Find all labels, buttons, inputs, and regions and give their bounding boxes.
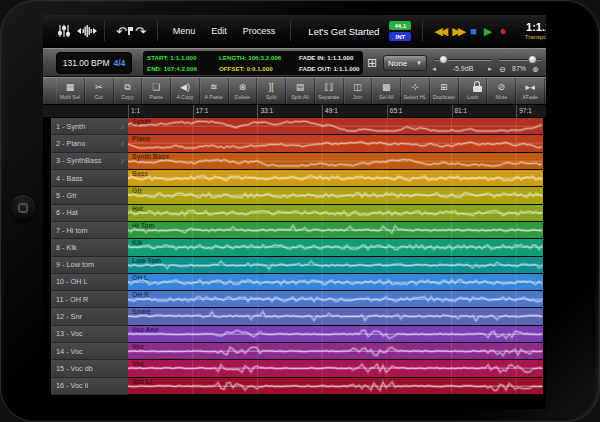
track-region-synth-bass-3[interactable]: Synth Bass [128, 153, 543, 170]
process-button[interactable]: Process [243, 26, 276, 36]
track-header-3---synthbass[interactable]: 3 - SynthBass♪ [51, 153, 128, 170]
toolbar-button-paste[interactable]: ❏Paste [142, 78, 171, 104]
track-region-voc-14[interactable]: Voc [128, 343, 543, 360]
undo-icon[interactable]: ↶ [116, 24, 127, 39]
track-lanes: SynthPianoSynth BassBassGtrHatHi TomKikL… [128, 118, 543, 395]
toolbar-button-lock[interactable]: Lock [459, 78, 488, 104]
zoom-in-icon[interactable]: ⊕ [532, 65, 539, 74]
track-region-low-tom-9[interactable]: Low Tom [128, 257, 543, 274]
home-button[interactable] [9, 194, 37, 222]
multi-select-icon: ▦ [66, 81, 75, 94]
track-region-voc-15[interactable]: Voc [128, 360, 543, 377]
record-button[interactable]: ● [499, 24, 506, 38]
track-name-label: 7 - Hi tom [56, 226, 124, 235]
track-name-label: 8 - Kik [56, 243, 124, 252]
track-region-oh-l-10[interactable]: OH L [128, 274, 543, 291]
toolbar-button-select-hl[interactable]: ⊹Select HL [401, 78, 430, 104]
toolbar-button-sel-all[interactable]: ▩Sel All [372, 78, 401, 104]
track-header-5---gtr[interactable]: 5 - Gtr [51, 187, 128, 204]
fade-in-label: FADE IN: [299, 54, 325, 61]
track-header-6---hat[interactable]: 6 - Hat [51, 205, 128, 222]
toolbar-button-mute[interactable]: ⊘Mute [487, 78, 516, 104]
toolbar-button-a-copy[interactable]: ◀)A Copy [171, 78, 200, 104]
track-header-10---oh-l[interactable]: 10 - OH L [51, 274, 128, 291]
zoom-slider-knob[interactable] [528, 55, 537, 64]
toolbar-button-a-paste[interactable]: ≋A Paste [200, 78, 229, 104]
split-all-icon: ▤ [296, 81, 305, 94]
toolbar-button-cut[interactable]: ✂Cut [85, 78, 114, 104]
track-header-13---voc[interactable]: 13 - Voc [51, 326, 128, 343]
track-region-snare-12[interactable]: Snare [128, 308, 543, 325]
play-button[interactable]: ▶ [484, 25, 492, 38]
bpm-value: 131.00 BPM [63, 58, 110, 68]
nudge-left-arrow-icon[interactable]: ◄ [431, 66, 437, 72]
midi-note-icon: ♪ [121, 123, 125, 130]
toolbar-button-label: Duplicate [433, 94, 455, 101]
select-all-icon: ▩ [382, 81, 391, 94]
toolbar-button-join[interactable]: ◫Join [344, 78, 373, 104]
transport-options-label[interactable]: Transport Options [511, 33, 546, 41]
toolbar-button-multi-sel[interactable]: ▦Multi Sel [56, 78, 85, 104]
track-header-11---oh-r[interactable]: 11 - OH R [51, 291, 128, 308]
track-header-15---voc-db[interactable]: 15 - Voc db [51, 360, 128, 377]
track-region-kik-8[interactable]: Kik [128, 239, 543, 256]
track-name-label: 14 - Voc [56, 347, 124, 356]
track-name-label: 1 - Synth [56, 122, 121, 131]
time-display-block[interactable]: 1:1.1.000 Transport Options [511, 22, 546, 41]
track-region-piano-2[interactable]: Piano [128, 135, 543, 152]
toolbar-button-separate[interactable]: ⟦⟧Separate [315, 78, 344, 104]
split-icon: ][ [269, 81, 274, 94]
track-region-bass-4[interactable]: Bass [128, 170, 543, 187]
track-header-14---voc[interactable]: 14 - Voc [51, 343, 128, 360]
ruler-tick: 17:1 [193, 105, 209, 118]
toolbar-button-copy[interactable]: ⧉Copy [114, 78, 143, 104]
toolbar-button-delete[interactable]: ⊗Delete [229, 78, 258, 104]
rewind-button[interactable]: ◀◀ [434, 25, 445, 38]
topbar-divider [104, 21, 105, 41]
track-region-hat-6[interactable]: Hat [128, 205, 543, 222]
track-header-9---low-tom[interactable]: 9 - Low tom [51, 257, 128, 274]
toolbar-button-label: Sel All [379, 94, 394, 101]
zoom-out-icon[interactable]: ⊖ [499, 65, 506, 74]
nudge-slider-knob[interactable] [439, 55, 448, 64]
waveform-editor-icon[interactable] [77, 24, 97, 38]
track-region-gtr-5[interactable]: Gtr [128, 187, 543, 204]
region-label: Voc [132, 343, 144, 350]
top-bar: ↶ ↷ Menu Edit Process Let's Get Started … [43, 15, 546, 48]
timeline-ruler[interactable]: 1:117:133:149:165:181:197:1 [43, 105, 546, 118]
region-label: Snare [132, 308, 151, 315]
track-name-label: 13 - Voc [56, 329, 124, 338]
home-button-square [18, 203, 28, 213]
edit-button[interactable]: Edit [211, 26, 227, 36]
toolbar-button-duplicate[interactable]: ⊞Duplicate [430, 78, 459, 104]
tempo-display[interactable]: 131.00 BPM 4/4 [56, 52, 132, 74]
snap-dropdown[interactable]: None ▼ [383, 55, 427, 71]
fast-forward-button[interactable]: ▶▶ [452, 25, 463, 38]
status-badges: 44.1 INT [389, 21, 411, 41]
menu-button[interactable]: Menu [173, 26, 196, 36]
track-header-12---snr[interactable]: 12 - Snr [51, 308, 128, 325]
nudge-right-arrow-icon[interactable]: ► [487, 66, 493, 72]
track-region-oh-r-11[interactable]: OH R [128, 291, 543, 308]
track-header-2---piano[interactable]: 2 - Piano♪ [51, 135, 128, 152]
toolbar-button-xfade[interactable]: ▸◂XFade [516, 78, 545, 104]
join-icon: ◫ [353, 81, 362, 94]
track-header-1---synth[interactable]: 1 - Synth♪ [51, 118, 128, 135]
track-region-hi-tom-7[interactable]: Hi Tom [128, 222, 543, 239]
track-header-16---voc-li[interactable]: 16 - Voc li [51, 378, 128, 395]
sync-source-badge: INT [389, 32, 411, 41]
track-region-voc-li-16[interactable]: Voc Li [128, 378, 543, 395]
track-region-voc-ane-13[interactable]: Voc Ane [128, 326, 543, 343]
length-value: 106:3.2.006 [248, 54, 281, 61]
topbar-divider [157, 21, 158, 41]
stop-button[interactable]: ■ [470, 25, 477, 37]
track-header-7---hi-tom[interactable]: 7 - Hi tom [51, 222, 128, 239]
track-header-4---bass[interactable]: 4 - Bass [51, 170, 128, 187]
toolbar-button-split[interactable]: ][Split [257, 78, 286, 104]
toolbar-button-split-all[interactable]: ▤Split All [286, 78, 315, 104]
track-region-synth-1[interactable]: Synth [128, 118, 543, 135]
track-header-8---kik[interactable]: 8 - Kik [51, 239, 128, 256]
topbar-divider [290, 21, 291, 41]
redo-icon[interactable]: ↷ [135, 24, 146, 39]
mixer-icon[interactable] [57, 24, 71, 38]
